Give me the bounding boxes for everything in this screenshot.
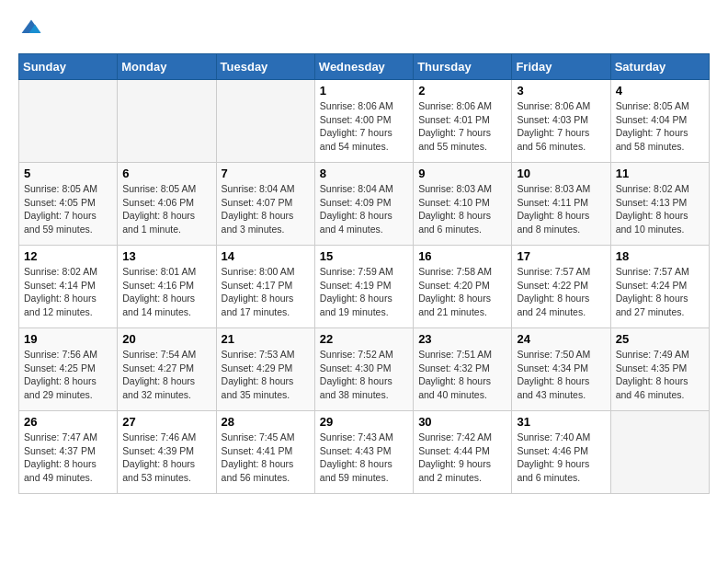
calendar-cell: 27Sunrise: 7:46 AM Sunset: 4:39 PM Dayli… [118,411,216,494]
calendar-cell: 26Sunrise: 7:47 AM Sunset: 4:37 PM Dayli… [19,411,118,494]
day-number: 9 [418,167,506,180]
calendar-cell: 28Sunrise: 7:45 AM Sunset: 4:41 PM Dayli… [216,411,314,494]
logo [18,18,42,44]
day-header-monday: Monday [118,54,216,80]
day-header-saturday: Saturday [610,54,709,80]
day-info: Sunrise: 7:43 AM Sunset: 4:43 PM Dayligh… [320,431,408,485]
day-info: Sunrise: 7:46 AM Sunset: 4:39 PM Dayligh… [122,431,210,485]
calendar-cell: 3Sunrise: 8:06 AM Sunset: 4:03 PM Daylig… [512,80,610,163]
calendar-cell: 25Sunrise: 7:49 AM Sunset: 4:35 PM Dayli… [610,328,709,411]
day-info: Sunrise: 8:01 AM Sunset: 4:16 PM Dayligh… [122,265,210,319]
day-info: Sunrise: 8:05 AM Sunset: 4:05 PM Dayligh… [24,182,112,236]
day-info: Sunrise: 7:52 AM Sunset: 4:30 PM Dayligh… [320,348,408,402]
day-number: 28 [222,415,310,429]
calendar-cell: 22Sunrise: 7:52 AM Sunset: 4:30 PM Dayli… [314,328,413,411]
day-info: Sunrise: 7:50 AM Sunset: 4:34 PM Dayligh… [517,348,605,402]
day-header-sunday: Sunday [19,54,118,80]
day-number: 2 [418,84,506,98]
day-number: 24 [517,332,605,346]
day-number: 14 [222,249,310,263]
day-info: Sunrise: 8:06 AM Sunset: 4:01 PM Dayligh… [418,99,506,154]
day-info: Sunrise: 8:06 AM Sunset: 4:03 PM Dayligh… [517,99,605,154]
calendar-cell: 30Sunrise: 7:42 AM Sunset: 4:44 PM Dayli… [414,411,512,494]
calendar-cell: 19Sunrise: 7:56 AM Sunset: 4:25 PM Dayli… [19,328,118,411]
calendar-cell: 5Sunrise: 8:05 AM Sunset: 4:05 PM Daylig… [19,163,118,246]
calendar-cell: 1Sunrise: 8:06 AM Sunset: 4:00 PM Daylig… [314,80,413,163]
day-number: 19 [24,332,112,346]
day-number: 1 [320,84,408,98]
day-info: Sunrise: 7:51 AM Sunset: 4:32 PM Dayligh… [418,348,506,402]
calendar-cell: 29Sunrise: 7:43 AM Sunset: 4:43 PM Dayli… [314,411,413,494]
day-info: Sunrise: 7:57 AM Sunset: 4:22 PM Dayligh… [517,265,605,319]
day-number: 27 [122,415,210,429]
day-info: Sunrise: 7:57 AM Sunset: 4:24 PM Dayligh… [616,265,704,319]
calendar-cell: 13Sunrise: 8:01 AM Sunset: 4:16 PM Dayli… [118,246,216,328]
day-number: 21 [222,332,310,346]
day-info: Sunrise: 8:04 AM Sunset: 4:09 PM Dayligh… [320,182,408,236]
calendar-cell: 17Sunrise: 7:57 AM Sunset: 4:22 PM Dayli… [512,246,610,328]
day-number: 13 [122,249,210,263]
day-info: Sunrise: 7:49 AM Sunset: 4:35 PM Dayligh… [616,348,704,402]
calendar-cell: 2Sunrise: 8:06 AM Sunset: 4:01 PM Daylig… [414,80,512,163]
calendar-cell: 20Sunrise: 7:54 AM Sunset: 4:27 PM Dayli… [118,328,216,411]
calendar-cell: 21Sunrise: 7:53 AM Sunset: 4:29 PM Dayli… [216,328,314,411]
day-number: 25 [616,332,704,346]
day-number: 3 [517,84,605,98]
calendar-cell: 4Sunrise: 8:05 AM Sunset: 4:04 PM Daylig… [610,80,709,163]
day-number: 15 [320,249,408,263]
day-info: Sunrise: 7:58 AM Sunset: 4:20 PM Dayligh… [418,265,506,319]
day-info: Sunrise: 8:04 AM Sunset: 4:07 PM Dayligh… [222,182,310,236]
day-number: 12 [24,249,112,263]
day-number: 11 [616,167,704,180]
day-info: Sunrise: 8:02 AM Sunset: 4:13 PM Dayligh… [616,182,704,236]
day-info: Sunrise: 7:40 AM Sunset: 4:46 PM Dayligh… [517,431,605,485]
calendar-cell: 12Sunrise: 8:02 AM Sunset: 4:14 PM Dayli… [19,246,118,328]
day-header-friday: Friday [512,54,610,80]
calendar-cell: 23Sunrise: 7:51 AM Sunset: 4:32 PM Dayli… [414,328,512,411]
day-number: 4 [616,84,704,98]
calendar-cell: 6Sunrise: 8:05 AM Sunset: 4:06 PM Daylig… [118,163,216,246]
calendar-cell [118,80,216,163]
calendar-table: SundayMondayTuesdayWednesdayThursdayFrid… [18,53,710,494]
day-info: Sunrise: 8:05 AM Sunset: 4:06 PM Dayligh… [122,182,210,236]
calendar-cell: 11Sunrise: 8:02 AM Sunset: 4:13 PM Dayli… [610,163,709,246]
calendar-cell: 9Sunrise: 8:03 AM Sunset: 4:10 PM Daylig… [414,163,512,246]
day-number: 6 [122,167,210,180]
day-number: 5 [24,167,112,180]
calendar-cell [19,80,118,163]
day-number: 30 [418,415,506,429]
day-number: 23 [418,332,506,346]
day-number: 10 [517,167,605,180]
day-info: Sunrise: 8:02 AM Sunset: 4:14 PM Dayligh… [24,265,112,319]
day-number: 22 [320,332,408,346]
calendar-cell: 8Sunrise: 8:04 AM Sunset: 4:09 PM Daylig… [314,163,413,246]
day-info: Sunrise: 7:56 AM Sunset: 4:25 PM Dayligh… [24,348,112,402]
day-number: 18 [616,249,704,263]
day-number: 29 [320,415,408,429]
calendar-cell: 16Sunrise: 7:58 AM Sunset: 4:20 PM Dayli… [414,246,512,328]
day-info: Sunrise: 8:06 AM Sunset: 4:00 PM Dayligh… [320,99,408,154]
calendar-cell: 18Sunrise: 7:57 AM Sunset: 4:24 PM Dayli… [610,246,709,328]
day-info: Sunrise: 7:53 AM Sunset: 4:29 PM Dayligh… [222,348,310,402]
day-info: Sunrise: 7:59 AM Sunset: 4:19 PM Dayligh… [320,265,408,319]
day-info: Sunrise: 7:54 AM Sunset: 4:27 PM Dayligh… [122,348,210,402]
calendar-cell [610,411,709,494]
day-number: 17 [517,249,605,263]
day-number: 16 [418,249,506,263]
day-header-thursday: Thursday [414,54,512,80]
day-info: Sunrise: 7:45 AM Sunset: 4:41 PM Dayligh… [222,431,310,485]
calendar-cell: 7Sunrise: 8:04 AM Sunset: 4:07 PM Daylig… [216,163,314,246]
calendar-cell: 24Sunrise: 7:50 AM Sunset: 4:34 PM Dayli… [512,328,610,411]
day-info: Sunrise: 8:03 AM Sunset: 4:11 PM Dayligh… [517,182,605,236]
calendar-cell: 15Sunrise: 7:59 AM Sunset: 4:19 PM Dayli… [314,246,413,328]
day-info: Sunrise: 8:00 AM Sunset: 4:17 PM Dayligh… [222,265,310,319]
calendar-cell [216,80,314,163]
calendar-cell: 31Sunrise: 7:40 AM Sunset: 4:46 PM Dayli… [512,411,610,494]
day-info: Sunrise: 8:03 AM Sunset: 4:10 PM Dayligh… [418,182,506,236]
day-number: 7 [222,167,310,180]
calendar-cell: 14Sunrise: 8:00 AM Sunset: 4:17 PM Dayli… [216,246,314,328]
day-number: 31 [517,415,605,429]
day-number: 20 [122,332,210,346]
day-number: 26 [24,415,112,429]
day-info: Sunrise: 7:47 AM Sunset: 4:37 PM Dayligh… [24,431,112,485]
